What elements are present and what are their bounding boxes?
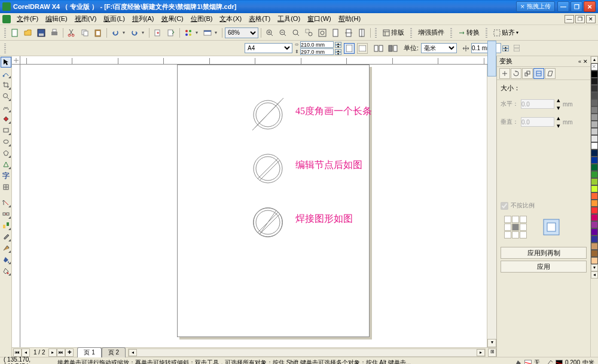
page-add-button[interactable]: ✚ bbox=[65, 348, 74, 357]
color-swatch[interactable] bbox=[591, 185, 598, 192]
vertical-ruler[interactable] bbox=[12, 65, 20, 347]
color-swatch[interactable] bbox=[591, 121, 598, 128]
menu-layout[interactable]: 版面(L) bbox=[100, 13, 128, 25]
menu-view[interactable]: 视图(V) bbox=[71, 13, 100, 25]
zoom-all-button[interactable] bbox=[316, 27, 328, 39]
portrait-button[interactable] bbox=[344, 43, 355, 54]
color-swatch[interactable] bbox=[591, 207, 598, 214]
transform-rotate-tab[interactable] bbox=[511, 68, 521, 79]
new-button[interactable] bbox=[9, 27, 21, 39]
color-swatch[interactable] bbox=[591, 171, 598, 178]
color-swatch[interactable] bbox=[591, 221, 598, 228]
shape-circle-2[interactable] bbox=[250, 151, 286, 186]
shape-circle-1[interactable] bbox=[250, 97, 286, 133]
paste-button[interactable] bbox=[92, 27, 104, 39]
crop-tool[interactable] bbox=[1, 79, 11, 90]
text-tool[interactable]: 字 bbox=[1, 170, 11, 181]
mdi-close[interactable]: ✕ bbox=[586, 15, 596, 23]
menu-tools[interactable]: 工具(O) bbox=[274, 13, 304, 25]
snap-button[interactable]: 贴齐▾ bbox=[490, 27, 521, 39]
zoom-in-button[interactable] bbox=[264, 27, 276, 39]
nudge-input[interactable] bbox=[471, 43, 501, 53]
freehand-tool[interactable] bbox=[1, 102, 11, 113]
nav-corner-button[interactable]: ⊞ bbox=[488, 348, 496, 357]
mdi-minimize[interactable]: — bbox=[565, 15, 574, 23]
page-height-input[interactable] bbox=[300, 48, 334, 55]
apply-button[interactable]: 应用 bbox=[501, 261, 587, 273]
table-tool[interactable] bbox=[1, 182, 11, 192]
pick-tool[interactable] bbox=[1, 57, 11, 68]
keep-ratio-checkbox[interactable] bbox=[501, 202, 508, 210]
ruler-origin[interactable] bbox=[12, 56, 20, 65]
horizontal-ruler[interactable]: 150 100 50 0 50 100 150 200 250 300 350 bbox=[20, 56, 496, 65]
color-swatch[interactable] bbox=[591, 99, 598, 106]
minimize-button[interactable]: — bbox=[557, 1, 569, 12]
color-swatch[interactable] bbox=[591, 243, 598, 250]
color-swatch[interactable] bbox=[591, 149, 598, 157]
polygon-tool[interactable] bbox=[1, 148, 11, 158]
fill-tool[interactable] bbox=[1, 254, 11, 265]
menu-table[interactable]: 表格(T) bbox=[245, 13, 274, 25]
enhance-button[interactable]: 增强插件 bbox=[415, 27, 447, 39]
upload-button[interactable]: ⤧ 拖拽上传 bbox=[516, 1, 555, 12]
transform-button[interactable]: 转换 bbox=[455, 27, 483, 39]
zoom-height-button[interactable] bbox=[356, 27, 368, 39]
color-swatch[interactable] bbox=[591, 135, 598, 142]
docker-close-button[interactable]: ✕ bbox=[583, 59, 588, 65]
color-swatch[interactable] bbox=[591, 178, 598, 185]
docker-menu-button[interactable]: « bbox=[578, 59, 581, 65]
ellipse-tool[interactable] bbox=[1, 136, 11, 147]
color-swatch[interactable] bbox=[591, 142, 598, 149]
transform-size-tab[interactable] bbox=[533, 68, 544, 79]
menu-window[interactable]: 窗口(W) bbox=[304, 13, 335, 25]
open-button[interactable] bbox=[22, 27, 34, 39]
maximize-button[interactable]: ❐ bbox=[570, 1, 582, 12]
color-swatch[interactable] bbox=[591, 157, 598, 164]
page-apply-current-button[interactable] bbox=[387, 42, 399, 54]
anchor-grid[interactable] bbox=[504, 216, 527, 238]
unit-select[interactable]: 毫米 bbox=[421, 43, 457, 53]
color-swatch[interactable] bbox=[591, 106, 598, 114]
menu-arrange[interactable]: 排列(A) bbox=[129, 13, 158, 25]
color-swatch[interactable] bbox=[591, 250, 598, 257]
layout-button[interactable]: 排版 bbox=[380, 27, 407, 39]
transform-position-tab[interactable] bbox=[499, 68, 510, 79]
page-apply-all-button[interactable] bbox=[373, 42, 385, 54]
zoom-page-button[interactable] bbox=[329, 27, 341, 39]
palette-menu-button[interactable]: ◂ bbox=[591, 271, 598, 279]
shape-tool[interactable] bbox=[1, 68, 11, 79]
close-button[interactable]: ✕ bbox=[584, 1, 596, 12]
swatch-none[interactable] bbox=[591, 63, 598, 71]
paper-size-select[interactable]: A4 bbox=[245, 43, 292, 53]
menu-text[interactable]: 文本(X) bbox=[216, 13, 245, 25]
color-swatch[interactable] bbox=[591, 78, 598, 85]
zoom-out-button[interactable] bbox=[277, 27, 289, 39]
page-tab-1[interactable]: 页 1 bbox=[77, 347, 101, 357]
hscroll-track[interactable]: ◂ ▸ bbox=[128, 348, 486, 357]
page-first-button[interactable]: ⏮ bbox=[13, 348, 22, 357]
mdi-restore[interactable]: ❐ bbox=[575, 15, 585, 23]
color-swatch[interactable] bbox=[591, 214, 598, 221]
zoom-fit-button[interactable] bbox=[290, 27, 302, 39]
menu-edit[interactable]: 编辑(E) bbox=[42, 13, 71, 25]
outline-tool[interactable] bbox=[1, 243, 11, 253]
zoom-tool[interactable] bbox=[1, 91, 11, 102]
connector-tool[interactable] bbox=[1, 209, 11, 219]
page-tab-2[interactable]: 页 2 bbox=[102, 347, 126, 357]
color-swatch[interactable] bbox=[591, 114, 598, 121]
save-button[interactable] bbox=[35, 27, 47, 39]
color-swatch[interactable] bbox=[591, 164, 598, 171]
zoom-width-button[interactable] bbox=[343, 27, 355, 39]
zoom-selection-button[interactable] bbox=[303, 27, 315, 39]
fill-swatch[interactable] bbox=[524, 360, 532, 365]
scroll-down-button[interactable]: ▾ bbox=[487, 339, 496, 347]
color-swatch[interactable] bbox=[591, 192, 598, 200]
page-width-input[interactable] bbox=[300, 41, 334, 48]
transform-v-input[interactable] bbox=[521, 117, 554, 127]
drawing-canvas[interactable]: 45度角画一个长条 编辑节点后如图 焊接图形如图 bbox=[20, 65, 487, 347]
transform-h-input[interactable] bbox=[521, 99, 554, 109]
page-next-button[interactable]: ▸ bbox=[48, 348, 57, 357]
page-last-button[interactable]: ⏭ bbox=[57, 348, 65, 357]
color-swatch[interactable] bbox=[591, 235, 598, 243]
vscroll-thumb[interactable] bbox=[487, 41, 496, 77]
